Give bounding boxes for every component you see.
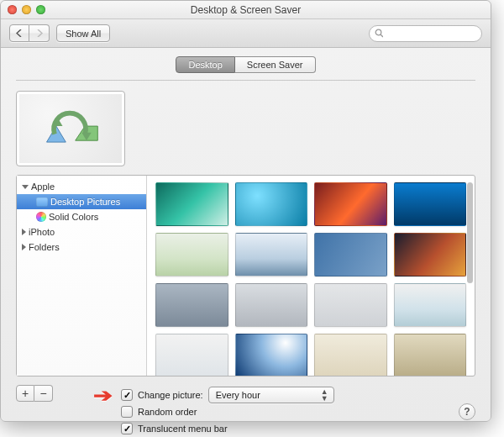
wallpaper-thumbnail[interactable] [314,233,387,276]
tree-item-desktop-pictures[interactable]: Desktop Pictures [17,194,146,209]
tree-label: Solid Colors [49,212,98,222]
help-button[interactable]: ? [459,403,475,420]
current-wallpaper-preview [16,91,125,166]
svg-line-1 [381,34,383,37]
show-all-button[interactable]: Show All [56,24,110,42]
random-order-checkbox[interactable] [121,406,133,418]
change-picture-interval-popup[interactable]: Every hour ▲▼ [208,387,334,403]
back-button[interactable] [9,24,29,42]
wallpaper-thumbnail[interactable] [394,283,467,327]
desktop-panel: Apple Desktop Pictures Solid Colors [16,80,475,437]
add-remove-segment: + − [16,385,53,402]
wallpaper-thumbnail[interactable] [314,283,387,327]
nav-segment [9,24,50,42]
wallpaper-thumbnail[interactable] [394,182,467,226]
remove-folder-button[interactable]: − [34,385,53,402]
tab-screen-saver[interactable]: Screen Saver [235,56,316,73]
folder-icon [36,197,48,207]
forward-button[interactable] [29,24,50,42]
minimize-button[interactable] [22,5,31,14]
svg-point-0 [375,29,381,35]
window-controls [8,5,45,14]
tree-item-folders[interactable]: Folders [17,240,146,255]
content-area: Desktop Screen Saver [1,48,491,437]
wallpaper-thumbnail[interactable] [235,334,308,376]
picker-split: Apple Desktop Pictures Solid Colors [16,175,475,376]
search-icon [375,29,383,38]
wallpaper-thumbnail[interactable] [235,233,308,276]
options-group: Change picture: Every hour ▲▼ Random ord… [121,387,334,437]
random-order-label: Random order [138,407,197,417]
zoom-button[interactable] [36,5,45,14]
tree-label: iPhoto [29,227,55,237]
window-title: Desktop & Screen Saver [1,4,491,16]
tree-label: Desktop Pictures [50,197,120,207]
disclosure-triangle-icon[interactable] [22,229,26,235]
preferences-window: Desktop & Screen Saver Show All Desktop … [0,0,491,422]
change-picture-checkbox[interactable] [121,389,133,401]
translucent-menu-bar-checkbox[interactable] [121,423,133,434]
popup-value: Every hour [216,390,260,400]
wallpaper-thumbnail[interactable] [155,283,228,327]
updown-chevron-icon: ▲▼ [321,388,328,402]
toolbar: Show All [1,19,491,48]
change-picture-label: Change picture: [138,390,203,400]
disclosure-triangle-icon[interactable] [22,244,26,250]
source-list[interactable]: Apple Desktop Pictures Solid Colors [17,176,147,376]
wallpaper-thumbnail[interactable] [155,182,228,226]
translucent-menu-bar-label: Translucent menu bar [138,424,228,434]
wallpaper-grid-container [147,176,475,376]
wallpaper-thumbnail[interactable] [155,233,228,276]
color-wheel-icon [36,212,46,222]
add-folder-button[interactable]: + [16,385,34,402]
disclosure-triangle-icon[interactable] [22,185,29,189]
svg-marker-2 [47,126,66,142]
tab-desktop[interactable]: Desktop [176,56,234,73]
search-field[interactable] [369,25,482,42]
chevron-left-icon [16,29,23,37]
tree-item-apple[interactable]: Apple [17,179,146,194]
search-input[interactable] [386,28,476,39]
tree-item-solid-colors[interactable]: Solid Colors [17,209,146,224]
wallpaper-thumbnail[interactable] [314,182,387,226]
scrollbar-thumb[interactable] [467,182,473,283]
wallpaper-thumbnail[interactable] [394,334,467,376]
footer: + − ➔ Change picture: Every hour ▲▼ [16,385,475,437]
wallpaper-thumbnail[interactable] [155,334,228,376]
wallpaper-thumbnail[interactable] [235,182,308,226]
titlebar: Desktop & Screen Saver [1,1,491,19]
tree-item-iphoto[interactable]: iPhoto [17,224,146,240]
wallpaper-thumbnail[interactable] [314,334,387,376]
wallpaper-thumbnail[interactable] [394,233,467,276]
tree-label: Apple [31,182,55,192]
recycle-icon [39,102,102,155]
tree-label: Folders [29,242,60,252]
close-button[interactable] [8,5,17,14]
tab-bar: Desktop Screen Saver [16,56,475,73]
wallpaper-grid[interactable] [147,176,475,376]
wallpaper-thumbnail[interactable] [235,283,308,327]
annotation-arrow-icon: ➔ [93,390,113,402]
chevron-right-icon [36,29,43,37]
